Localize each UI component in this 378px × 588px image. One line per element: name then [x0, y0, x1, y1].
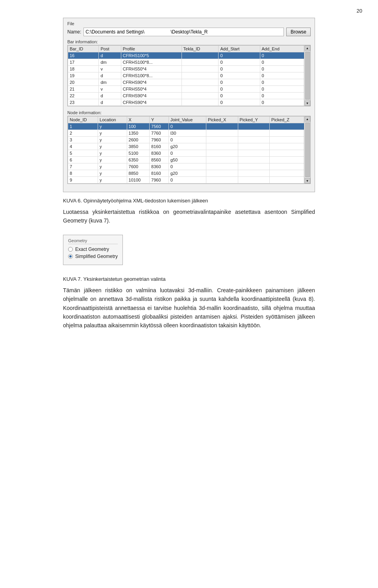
- node-col-x: X: [127, 117, 149, 123]
- figure6-caption: KUVA 6. Opinnäytetyöohjelma XML-tiedosto…: [63, 198, 315, 204]
- table-row[interactable]: 20dmCFRHS90*400: [68, 79, 310, 86]
- page-number: 20: [16, 8, 362, 14]
- node-scrollbar-thumb[interactable]: [305, 122, 310, 177]
- bar-section-label: Bar information:: [67, 39, 311, 44]
- table-row[interactable]: 5y510083600: [68, 150, 310, 157]
- scrollbar-thumb[interactable]: [305, 52, 310, 100]
- bar-col-add-start: Add_Start: [219, 46, 260, 52]
- node-table-scrollbar[interactable]: ▲ ▼: [304, 116, 310, 184]
- simplified-geometry-radio[interactable]: [68, 254, 73, 259]
- bar-table: Bar_ID Post Profile Tekla_ID Add_Start A…: [68, 45, 310, 106]
- table-row[interactable]: 23dCFRHS90*400: [68, 99, 310, 106]
- geometry-box-title: Geometry: [68, 238, 118, 244]
- geometry-box: Geometry Exact Geometry Simplified Geome…: [63, 235, 123, 265]
- table-row[interactable]: 9y1010079600: [68, 177, 310, 184]
- exact-geometry-label: Exact Geometry: [75, 247, 109, 252]
- node-scrollbar-up-arrow[interactable]: ▲: [305, 116, 310, 122]
- table-row[interactable]: 1y10075600: [68, 123, 310, 130]
- figure6-label: KUVA 6.: [63, 198, 82, 204]
- figure7-caption: KUVA 7. Yksinkertaistetun geometrian val…: [63, 276, 315, 282]
- scrollbar-up-arrow[interactable]: ▲: [305, 45, 310, 51]
- table-row[interactable]: 18vCFRHS50*400: [68, 66, 310, 72]
- browse-button[interactable]: Browse: [286, 28, 311, 36]
- table-row[interactable]: 3y260079600: [68, 137, 310, 143]
- file-dialog: File Name: Browse Bar information: Bar_I…: [63, 18, 315, 192]
- node-col-y: Y: [150, 117, 169, 123]
- file-path-input[interactable]: [83, 28, 284, 36]
- simplified-geometry-option[interactable]: Simplified Geometry: [68, 254, 118, 259]
- file-section-label: File: [67, 21, 311, 26]
- bar-table-container: Bar_ID Post Profile Tekla_ID Add_Start A…: [67, 45, 311, 106]
- figure6-text: Opinnäytetyöohjelma XML-tiedoston lukemi…: [83, 198, 208, 204]
- table-row[interactable]: 17dmCFRHS100*8...00: [68, 59, 310, 66]
- table-row[interactable]: 6y63508560g50: [68, 157, 310, 163]
- node-col-picked-y: Picked_Y: [238, 117, 270, 123]
- table-row[interactable]: 7y760083600: [68, 163, 310, 170]
- table-row[interactable]: 8y88508160g20: [68, 170, 310, 177]
- bar-col-post: Post: [99, 46, 121, 52]
- bar-col-id: Bar_ID: [68, 46, 99, 52]
- node-table-container: Node_ID Location X Y Joint_Value Picked_…: [67, 116, 311, 184]
- bar-col-tekla-id: Tekla_ID: [182, 46, 219, 52]
- figure7-text: Yksinkertaistetun geometrian valinta: [83, 276, 166, 282]
- exact-geometry-radio[interactable]: [68, 247, 73, 252]
- figure7-label: KUVA 7.: [63, 276, 82, 282]
- scrollbar-down-arrow[interactable]: ▼: [305, 100, 310, 106]
- paragraph2: Tämän jälkeen ristikko on valmiina luota…: [63, 286, 315, 330]
- table-row[interactable]: 19dCFRHS100*8...00: [68, 72, 310, 79]
- exact-geometry-option[interactable]: Exact Geometry: [68, 247, 118, 252]
- table-row[interactable]: 22dCFRHS90*400: [68, 93, 310, 99]
- node-col-picked-x: Picked_X: [206, 117, 238, 123]
- node-scrollbar-down-arrow[interactable]: ▼: [305, 178, 310, 184]
- node-table: Node_ID Location X Y Joint_Value Picked_…: [68, 116, 310, 184]
- node-section-label: Node information:: [67, 110, 311, 115]
- bar-col-profile: Profile: [121, 46, 182, 52]
- node-col-location: Location: [98, 117, 127, 123]
- node-col-joint-value: Joint_Value: [169, 117, 206, 123]
- table-row[interactable]: 16dCFRHS100*500: [68, 52, 310, 59]
- table-row[interactable]: 2y13507760l30: [68, 130, 310, 137]
- node-col-id: Node_ID: [68, 117, 98, 123]
- bar-table-scrollbar[interactable]: ▲ ▼: [304, 45, 310, 106]
- bar-col-add-end: Add_End: [260, 46, 310, 52]
- simplified-geometry-label: Simplified Geometry: [75, 254, 118, 259]
- table-row[interactable]: 21vCFRHS50*400: [68, 86, 310, 93]
- paragraph1: Luotaessa yksinkertaistettua ristikkoa o…: [63, 208, 315, 225]
- table-row[interactable]: 4y38508160g20: [68, 143, 310, 150]
- name-label: Name:: [67, 29, 81, 35]
